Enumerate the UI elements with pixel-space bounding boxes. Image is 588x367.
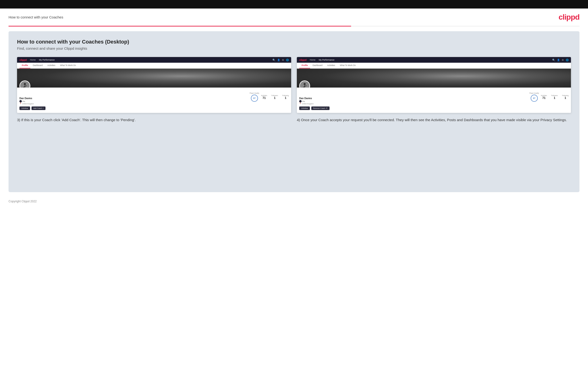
right-player-name: Dan Davies	[299, 97, 329, 100]
right-action-buttons: Unfollow Remove Coach ✕	[299, 107, 329, 110]
right-column: clippd Home My Performance 🔍 👤 ⚙ 🌐 Profi…	[297, 57, 571, 123]
svg-point-1	[24, 83, 26, 85]
left-location-pin-icon: 📍	[19, 103, 22, 105]
right-description: 4) Once your Coach accepts your request …	[297, 117, 571, 123]
right-stats: Activities 71 Followers 1 Following 1	[541, 95, 569, 100]
left-tab-dashboard[interactable]: Dashboard	[30, 63, 45, 68]
right-globe-icon[interactable]: 🌐	[566, 59, 569, 61]
left-profile-left: Dan Davies ✓ Pro 📍 United Kingdom Unfoll…	[19, 92, 45, 110]
right-stat-followers: Followers 1	[551, 95, 558, 100]
left-stat-following-value: 1	[282, 96, 289, 100]
left-add-coach-button[interactable]: Add Coach +	[32, 107, 46, 110]
right-stat-following-value: 1	[562, 96, 569, 100]
right-stat-followers-value: 1	[551, 96, 558, 100]
left-stat-following: Following 1	[282, 95, 289, 100]
left-stat-followers: Followers 1	[271, 95, 278, 100]
right-pq-circle: 97	[531, 95, 538, 102]
left-pq-label: Player Quality	[250, 92, 259, 94]
right-stat-activities: Activities 71	[541, 95, 547, 100]
right-profile-info: Dan Davies ✓ Pro 📍 United Kingdom Unfoll…	[297, 88, 571, 113]
footer: Copyright Clippd 2022	[0, 197, 588, 207]
right-settings-icon[interactable]: ⚙	[562, 59, 564, 61]
left-pro-label: Pro	[23, 100, 25, 102]
left-mock-logo: clippd	[19, 58, 27, 61]
left-stat-followers-label: Followers	[271, 95, 278, 96]
right-pq-label: Player Quality	[529, 92, 539, 94]
right-pro-icon: ✓	[299, 100, 302, 102]
right-search-icon[interactable]: 🔍	[552, 59, 555, 61]
right-mock-logo: clippd	[299, 58, 307, 61]
left-action-buttons: Unfollow Add Coach +	[19, 107, 45, 110]
right-banner-image	[297, 69, 571, 88]
right-person-icon[interactable]: 👤	[557, 59, 560, 61]
header: How to connect with your Coaches clippd	[0, 8, 588, 26]
left-search-icon[interactable]: 🔍	[272, 59, 275, 61]
right-tab-dashboard[interactable]: Dashboard	[310, 63, 325, 68]
left-stats: Activities 71 Followers 1 Following 1	[261, 95, 289, 100]
left-nav-my-performance[interactable]: My Performance	[39, 59, 55, 61]
right-tab-what-to-work-on[interactable]: What To Work On	[337, 63, 358, 68]
right-profile-right: Player Quality 97 Activities 71 Follower…	[529, 92, 569, 102]
left-avatar-image	[20, 81, 30, 88]
left-person-icon[interactable]: 👤	[277, 59, 280, 61]
left-tab-profile[interactable]: Profile	[19, 63, 30, 68]
left-golfer-svg	[20, 81, 30, 88]
section-subtitle: Find, connect and share your Clippd insi…	[17, 46, 571, 50]
left-settings-icon[interactable]: ⚙	[282, 59, 284, 61]
right-stat-following-label: Following	[562, 95, 569, 96]
left-add-coach-label: Add Coach	[33, 107, 42, 109]
left-location-text: United Kingdom	[22, 103, 34, 105]
left-location: 📍 United Kingdom	[19, 103, 45, 105]
left-unfollow-button[interactable]: Unfollow	[19, 107, 30, 110]
header-divider	[9, 26, 579, 26]
right-nav-my-performance[interactable]: My Performance	[319, 59, 335, 61]
left-pro-icon: ✓	[19, 100, 22, 102]
left-nav-icons: 🔍 👤 ⚙ 🌐	[272, 59, 289, 61]
right-tab-activities[interactable]: Activities	[325, 63, 337, 68]
left-profile-right: Player Quality 97 Activities 71 Follower…	[250, 92, 289, 102]
right-tab-profile[interactable]: Profile	[299, 63, 310, 68]
right-screenshot: clippd Home My Performance 🔍 👤 ⚙ 🌐 Profi…	[297, 57, 571, 113]
left-player-quality: Player Quality 97	[250, 92, 259, 102]
right-stat-following: Following 1	[562, 95, 569, 100]
left-stat-activities-value: 71	[261, 96, 267, 100]
left-globe-icon[interactable]: 🌐	[286, 59, 289, 61]
right-profile-left: Dan Davies ✓ Pro 📍 United Kingdom Unfoll…	[299, 92, 329, 110]
left-tab-activities[interactable]: Activities	[45, 63, 58, 68]
left-description: 3) If this is your Coach click 'Add Coac…	[17, 117, 291, 123]
left-profile-banner	[17, 69, 291, 88]
left-screenshot: clippd Home My Performance 🔍 👤 ⚙ 🌐 Profi…	[17, 57, 291, 113]
right-golfer-svg	[300, 81, 309, 88]
right-mock-tabs: Profile Dashboard Activities What To Wor…	[297, 63, 571, 69]
brand-logo: clippd	[559, 13, 579, 22]
right-nav-icons: 🔍 👤 ⚙ 🌐	[552, 59, 569, 61]
left-tab-what-to-work-on[interactable]: What To Work On	[58, 63, 78, 68]
right-player-badge: ✓ Pro	[299, 100, 329, 102]
left-player-name: Dan Davies	[19, 97, 45, 100]
left-stat-followers-value: 1	[271, 96, 278, 100]
main-content: How to connect with your Coaches (Deskto…	[9, 31, 579, 192]
left-stat-activities-label: Activities	[261, 95, 267, 96]
left-pq-circle: 97	[251, 95, 258, 102]
section-title: How to connect with your Coaches (Deskto…	[17, 39, 571, 45]
two-column-layout: clippd Home My Performance 🔍 👤 ⚙ 🌐 Profi…	[17, 57, 571, 123]
left-profile-info: Dan Davies ✓ Pro 📍 United Kingdom Unfoll…	[17, 88, 291, 113]
right-stat-followers-label: Followers	[551, 95, 558, 96]
right-location: 📍 United Kingdom	[299, 103, 329, 105]
right-remove-coach-button[interactable]: Remove Coach ✕	[311, 107, 330, 110]
svg-point-8	[304, 83, 306, 85]
right-nav-home[interactable]: Home	[310, 59, 316, 61]
right-unfollow-button[interactable]: Unfollow	[299, 107, 310, 110]
left-add-coach-plus-icon: +	[43, 107, 43, 109]
left-banner-image	[17, 69, 291, 88]
right-remove-coach-x-icon: ✕	[326, 107, 328, 109]
right-location-pin-icon: 📍	[299, 103, 301, 105]
left-column: clippd Home My Performance 🔍 👤 ⚙ 🌐 Profi…	[17, 57, 291, 123]
right-avatar-image	[300, 81, 309, 88]
left-nav-home[interactable]: Home	[30, 59, 36, 61]
left-mock-nav: clippd Home My Performance 🔍 👤 ⚙ 🌐	[17, 57, 291, 63]
left-stat-activities: Activities 71	[261, 95, 267, 100]
left-player-badge: ✓ Pro	[19, 100, 45, 102]
left-stat-following-label: Following	[282, 95, 289, 96]
right-mock-nav: clippd Home My Performance 🔍 👤 ⚙ 🌐	[297, 57, 571, 63]
